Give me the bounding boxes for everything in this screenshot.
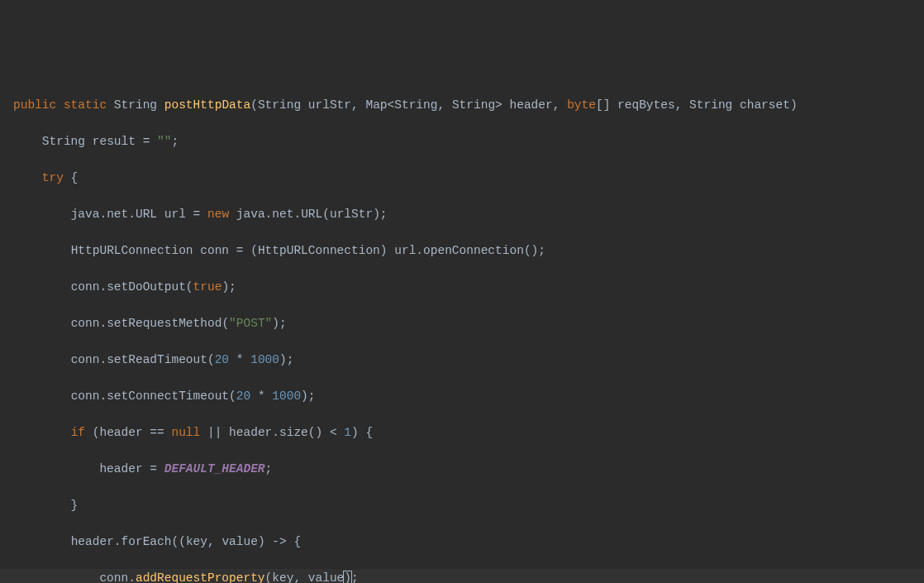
type: String [452,98,495,112]
package: net [272,208,293,221]
type: String [114,98,157,112]
type: String [42,135,85,148]
number: 1000 [272,389,301,403]
method: setRequestMethod [107,317,221,330]
cursor: ) [343,571,352,583]
param: key [186,535,207,548]
class: URL [301,208,322,221]
variable: value [308,571,345,583]
keyword: new [207,208,229,221]
method: setReadTimeout [107,353,207,366]
method: openConnection [423,244,524,257]
variable: conn [71,280,100,294]
string: "" [157,135,171,148]
code-line-current[interactable]: conn.addRequestProperty(key, value); [0,569,924,583]
keyword: try [42,171,64,184]
variable: header [71,535,114,548]
code-line[interactable]: String result = ""; [0,132,924,151]
package: net [107,208,128,221]
variable: url [164,208,186,221]
keyword: static [64,98,107,112]
code-line[interactable]: header.forEach((key, value) -> { [0,533,924,551]
class: URL [136,208,157,221]
param: reqBytes [617,98,675,112]
method: addRequestProperty [136,571,265,583]
method: setDoOutput [107,280,186,294]
number: 20 [215,353,229,366]
code-line[interactable]: if (header == null || header.size() < 1)… [0,423,924,442]
package: java [71,208,100,221]
variable: conn [71,353,100,366]
class: HttpURLConnection [71,244,193,257]
param: charset [740,98,790,112]
code-line[interactable]: header = DEFAULT_HEADER; [0,460,924,478]
variable: url [394,244,416,257]
type: Map [365,98,387,112]
type: String [689,98,732,112]
keyword: true [193,280,222,294]
code-line[interactable]: public static String postHttpData(String… [0,96,924,114]
param: urlStr [308,98,351,112]
variable: header [99,462,142,475]
code-line[interactable]: java.net.URL url = new java.net.URL(urlS… [0,205,924,223]
type: String [394,98,437,112]
param: header [510,98,553,112]
code-line[interactable]: HttpURLConnection conn = (HttpURLConnect… [0,241,924,260]
code-line[interactable]: conn.setRequestMethod("POST"); [0,314,924,332]
code-line[interactable]: conn.setConnectTimeout(20 * 1000); [0,387,924,405]
code-line[interactable]: conn.setReadTimeout(20 * 1000); [0,351,924,369]
string: "POST" [229,317,272,330]
variable: conn [200,244,229,257]
variable: result [93,135,136,148]
method-name: postHttpData [164,98,250,112]
class: HttpURLConnection [258,244,380,257]
keyword: null [171,426,200,439]
constant: DEFAULT_HEADER [164,462,265,475]
keyword: if [71,426,85,439]
type: String [258,98,301,112]
keyword: public [13,98,56,112]
package: java [236,208,265,221]
method: setConnectTimeout [107,389,229,403]
code-line[interactable]: } [0,496,924,514]
method: size [279,426,308,439]
code-editor[interactable]: public static String postHttpData(String… [0,78,924,583]
number: 1000 [250,353,279,366]
method: forEach [121,535,172,548]
variable: header [229,426,272,439]
variable: urlStr [330,208,373,221]
code-line[interactable]: try { [0,169,924,187]
variable: conn [71,317,100,330]
variable: conn [71,389,100,403]
param: value [221,535,258,548]
variable: header [99,426,142,439]
variable: key [272,571,293,583]
keyword: byte [567,98,596,112]
number: 20 [236,389,250,403]
variable: conn [99,571,128,583]
code-line[interactable]: conn.setDoOutput(true); [0,278,924,296]
number: 1 [344,426,351,439]
